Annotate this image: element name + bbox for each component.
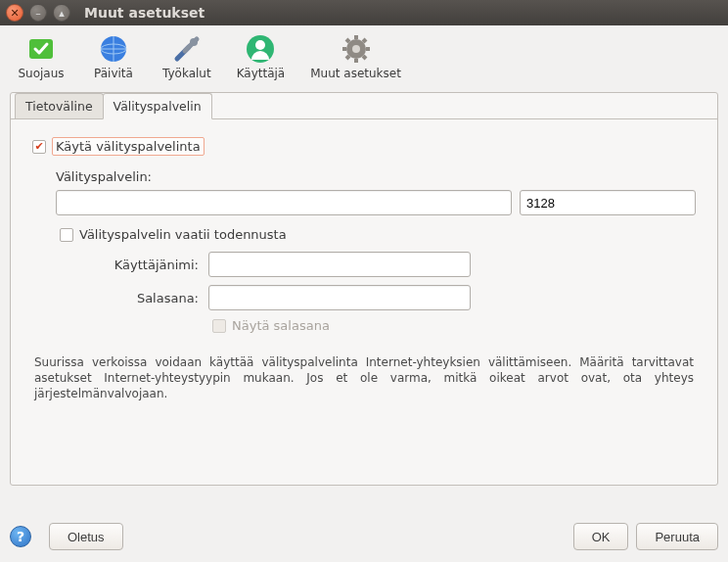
window-close-button[interactable]: ✕ [6,4,23,22]
password-label: Salasana: [60,291,208,305]
tab-proxy[interactable]: Välityspalvelin [103,93,212,119]
globe-icon [98,33,129,65]
toolbar-item-tools[interactable]: Työkalut [162,33,211,80]
toolbar: Suojaus Päivitä Työkalut Käyttäjä Muut a… [0,25,728,86]
cancel-button[interactable]: Peruuta [636,523,718,550]
svg-point-3 [190,38,198,46]
toolbar-label: Työkalut [162,67,211,80]
help-icon[interactable]: ? [10,526,31,547]
window-maximize-button[interactable]: ▴ [53,4,70,22]
password-input [208,285,471,310]
toolbar-item-update[interactable]: Päivitä [90,33,137,80]
svg-line-12 [346,39,349,42]
window-title: Muut asetukset [84,5,205,21]
proxy-port-input[interactable] [520,190,696,215]
content-panel: Tietoväline Välityspalvelin Käytä välity… [10,92,718,486]
toolbar-item-other-settings[interactable]: Muut asetukset [310,33,401,80]
tab-panel-proxy: Käytä välityspalvelinta Välityspalvelin:… [11,119,717,414]
show-password-label: Näytä salasana [232,318,330,333]
user-icon [245,33,276,65]
toolbar-label: Käyttäjä [237,67,286,80]
titlebar: ✕ – ▴ Muut asetukset [0,0,728,25]
toolbar-label: Suojaus [18,67,64,80]
tab-medium[interactable]: Tietoväline [15,93,104,118]
svg-line-13 [363,56,366,59]
use-proxy-checkbox[interactable] [32,140,46,154]
defaults-button[interactable]: Oletus [49,523,123,550]
toolbar-label: Muut asetukset [310,67,401,80]
footer: ? Oletus OK Peruuta [10,523,718,550]
toolbar-item-protection[interactable]: Suojaus [18,33,65,80]
tab-bar: Tietoväline Välityspalvelin [11,92,717,119]
gear-icon [341,33,372,65]
svg-point-5 [255,40,265,50]
svg-point-7 [352,45,360,53]
svg-line-15 [363,39,366,42]
toolbar-item-user[interactable]: Käyttäjä [237,33,286,80]
use-proxy-label: Käytä välityspalvelinta [52,137,205,156]
ok-button[interactable]: OK [573,523,629,550]
username-label: Käyttäjänimi: [60,258,208,272]
username-input [208,252,471,277]
proxy-server-label: Välityspalvelin: [56,169,696,184]
show-password-checkbox [212,319,226,333]
shield-check-icon [25,33,57,65]
svg-line-14 [346,56,349,59]
proxy-host-input[interactable] [56,190,512,215]
tools-icon [171,33,203,65]
help-text: Suurissa verkoissa voidaan käyttää välit… [32,354,696,402]
requires-auth-label: Välityspalvelin vaatii todennusta [79,227,287,242]
toolbar-label: Päivitä [94,67,133,80]
requires-auth-checkbox[interactable] [60,228,73,242]
window-minimize-button[interactable]: – [29,4,47,22]
